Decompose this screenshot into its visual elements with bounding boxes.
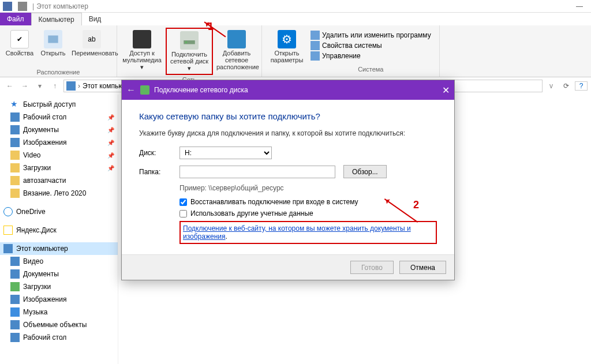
sidebar-pc-desktop[interactable]: Рабочий стол [0,331,118,344]
svg-rect-0 [48,36,58,43]
folder-combobox[interactable] [179,166,335,178]
browse-button[interactable]: Обзор... [343,165,387,178]
drive-label: Диск: [139,149,179,157]
group-label-system: Система [311,65,431,73]
media-access-button[interactable]: Доступ к мультимедиа ▾ [122,28,162,75]
dialog-title: Подключение сетевого диска [154,86,248,94]
sidebar-documents[interactable]: Документы📌 [0,123,118,136]
done-button[interactable]: Готово [350,261,394,274]
map-network-drive-button[interactable]: Подключить сетевой диск ▾ [166,28,213,75]
sidebar-quick-access[interactable]: ★Быстрый доступ [0,98,118,111]
window-titlebar: | Этот компьютер — [0,0,591,13]
website-link-row: Подключение к веб-сайту, на котором вы м… [179,221,437,244]
reconnect-checkbox[interactable] [179,198,187,206]
tab-computer[interactable]: Компьютер [31,13,82,25]
app-icon [3,2,12,11]
window-title: Этот компьютер [36,2,88,10]
open-button[interactable]: Открыть [38,28,68,67]
refresh-button[interactable]: ⟳ [560,82,573,90]
sidebar-desktop[interactable]: Рабочий стол📌 [0,111,118,123]
sidebar-pc-music[interactable]: Музыка [0,306,118,318]
uninstall-button[interactable]: Удалить или изменить программу [311,30,431,40]
manage-button[interactable]: Управление [311,51,431,61]
dialog-footer: Готово Отмена [122,254,454,280]
sidebar-pc-objects[interactable]: Объемные объекты [0,318,118,331]
drive-select[interactable]: H: [179,147,272,159]
sidebar-pictures[interactable]: Изображения📌 [0,136,118,149]
annotation-2: 2 [413,199,419,211]
example-text: Пример: \\сервер\общий_ресурс [179,184,284,192]
other-creds-checkbox[interactable] [179,210,187,217]
dialog-close-button[interactable]: ✕ [442,85,450,96]
app-icon2 [18,2,27,11]
ribbon-group-network: Доступ к мультимедиа ▾ Подключить сетево… [117,25,262,77]
sidebar-pc-documents[interactable]: Документы [0,268,118,280]
sidebar-video[interactable]: Video📌 [0,149,118,162]
titlebar-sep: | [32,2,34,10]
map-drive-dialog: ← Подключение сетевого диска ✕ Какую сет… [121,80,455,280]
rename-button[interactable]: ab Переименовать [72,28,112,67]
cancel-button[interactable]: Отмена [399,261,446,274]
tab-view[interactable]: Вид [82,13,109,25]
nav-history-button[interactable]: ▾ [33,80,46,92]
dropdown-button[interactable]: v [545,80,558,92]
properties-button[interactable]: ✔ Свойства [5,28,35,67]
ribbon: ✔ Свойства Открыть ab Переименовать Расп… [0,25,591,77]
sidebar-this-pc[interactable]: Этот компьютер [0,242,118,255]
group-label-location: Расположение [37,67,80,76]
tab-file[interactable]: Файл [0,13,31,25]
sidebar-pc-downloads[interactable]: Загрузки [0,280,118,293]
sidebar-knitting[interactable]: Вязание. Лето 2020 [0,187,118,200]
nav-up-button[interactable]: ↑ [48,80,61,92]
pc-icon [66,81,76,91]
dialog-instruction: Укажите букву диска для подключения и па… [139,129,437,137]
dialog-heading: Какую сетевую папку вы хотите подключить… [139,111,437,121]
sidebar-pc-pictures[interactable]: Изображения [0,293,118,306]
ribbon-tabs: Файл Компьютер Вид [0,13,591,25]
other-creds-checkbox-row[interactable]: Использовать другие учетные данные [179,209,437,217]
system-properties-button[interactable]: Свойства системы [311,40,431,51]
sidebar: ★Быстрый доступ Рабочий стол📌 Документы📌… [0,95,118,364]
sidebar-onedrive[interactable]: OneDrive [0,205,118,218]
ribbon-group-system: ⚙ Открыть параметры Удалить или изменить… [262,25,440,77]
dialog-icon [140,85,149,95]
sidebar-yandex-disk[interactable]: Яндекс.Диск [0,224,118,237]
dialog-back-button[interactable]: ← [126,85,136,95]
folder-label: Папка: [139,168,179,176]
reconnect-checkbox-row[interactable]: Восстанавливать подключение при входе в … [179,198,437,206]
nav-back-button[interactable]: ← [3,80,16,92]
connect-website-link[interactable]: Подключение к веб-сайту, на котором вы м… [183,224,411,241]
help-button[interactable]: ? [575,81,588,91]
dialog-titlebar: ← Подключение сетевого диска ✕ [122,80,454,100]
minimize-button[interactable]: — [568,2,591,10]
sidebar-downloads[interactable]: Загрузки📌 [0,162,118,174]
sidebar-autoparts[interactable]: автозапчасти [0,174,118,187]
svg-point-2 [185,42,187,43]
ribbon-group-location: ✔ Свойства Открыть ab Переименовать Расп… [0,25,117,77]
open-settings-button[interactable]: ⚙ Открыть параметры [267,28,307,63]
nav-forward-button[interactable]: → [18,80,31,92]
sidebar-pc-video[interactable]: Видео [0,255,118,268]
